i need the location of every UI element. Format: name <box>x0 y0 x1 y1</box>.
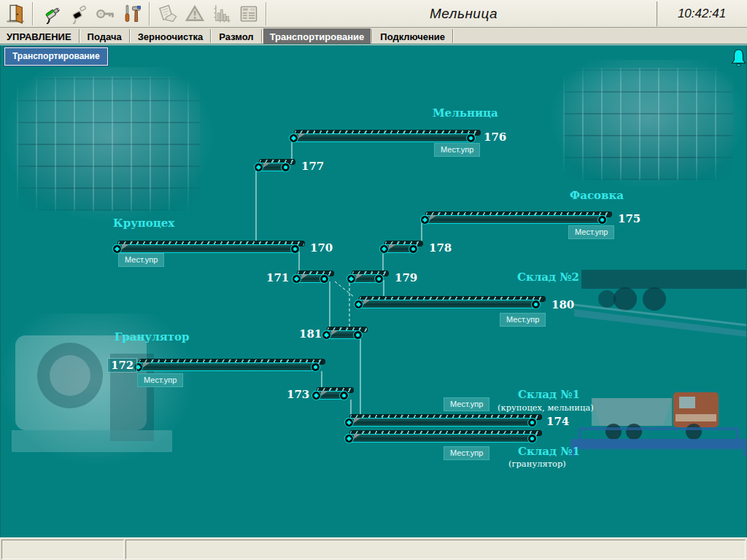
section-label-melnitsa: Мельница <box>433 106 498 120</box>
section-sublabel-sklad1-top: (крупоцех, мельница) <box>498 402 594 413</box>
connect-plug-icon[interactable] <box>37 1 64 26</box>
section-label-fasovka: Фасовка <box>570 189 624 202</box>
tab-separator <box>129 29 131 43</box>
conveyor-number-178: 178 <box>429 241 452 254</box>
navigation-tabbar: УПРАВЛЕНИЕ Подача Зерноочистка Размол Тр… <box>0 28 747 44</box>
local-control-button-176[interactable]: Мест.упр <box>434 143 480 157</box>
chart-icon <box>208 1 235 26</box>
conveyor-177[interactable] <box>254 159 295 171</box>
section-label-sklad1-bottom: Склад №1 <box>518 445 580 458</box>
alarm-bell-icon[interactable] <box>730 49 747 70</box>
tab-razmol[interactable]: Размол <box>212 28 260 44</box>
tab-separator <box>79 29 80 43</box>
main-toolbar: Мельница 10:42:41 <box>0 0 747 28</box>
conveyor-180[interactable] <box>354 296 546 308</box>
conveyor-number-179: 179 <box>395 271 417 284</box>
toolbar-separator <box>149 2 150 26</box>
section-label-granulator: Гранулятор <box>115 330 190 343</box>
status-panel-left <box>1 540 124 559</box>
conveyor-number-171: 171 <box>266 271 289 284</box>
window-title: Мельница <box>271 6 657 22</box>
status-panel-right <box>125 540 746 559</box>
section-sublabel-sklad1-bottom: (гранулятор) <box>508 459 566 469</box>
conveyor-174-lower[interactable] <box>344 430 542 443</box>
key-icon <box>91 1 118 26</box>
local-control-button-170[interactable]: Мест.упр <box>118 253 164 267</box>
tab-separator <box>210 29 212 43</box>
photo-plant-top-right <box>551 60 745 187</box>
mimic-canvas: Транспортирование Мельница Фасовка Крупо… <box>0 45 747 537</box>
tab-transportirovanie[interactable]: Транспортирование <box>263 28 371 44</box>
conveyor-171[interactable] <box>292 271 334 283</box>
conveyor-178[interactable] <box>379 241 423 253</box>
conveyor-number-174: 174 <box>546 415 569 428</box>
conveyor-181[interactable] <box>322 327 368 339</box>
tools-icon[interactable] <box>118 1 145 26</box>
tab-upravlenie[interactable]: УПРАВЛЕНИЕ <box>0 28 78 44</box>
conveyor-number-173: 173 <box>287 388 309 401</box>
tab-separator <box>371 29 373 43</box>
local-control-button-174-top[interactable]: Мест.упр <box>444 397 489 411</box>
local-control-button-174-bottom[interactable]: Мест.упр <box>444 446 489 460</box>
local-control-button-172[interactable]: Мест.упр <box>137 373 183 387</box>
section-label-sklad2: Склад №2 <box>517 271 579 284</box>
local-control-button-175[interactable]: Мест.упр <box>568 225 614 239</box>
section-label-krupoceh: Крупоцех <box>113 217 174 230</box>
toolbar-separator <box>32 2 34 26</box>
conveyor-175[interactable] <box>420 211 612 224</box>
tab-podklyuchenie[interactable]: Подключение <box>374 28 452 44</box>
local-control-button-180[interactable]: Мест.упр <box>500 313 546 327</box>
conveyor-number-172: 172 <box>107 358 137 373</box>
conveyor-number-170: 170 <box>310 241 333 254</box>
photo-plant-top-left <box>4 67 212 220</box>
page-title-button[interactable]: Транспортирование <box>4 47 108 66</box>
conveyor-174-upper[interactable] <box>344 414 542 427</box>
photo-truck-weighbridge <box>570 382 747 470</box>
exit-door-icon[interactable] <box>1 1 28 26</box>
conveyor-number-175: 175 <box>618 212 640 225</box>
calculator-icon <box>235 1 262 26</box>
conveyor-179[interactable] <box>347 271 389 283</box>
conveyor-number-180: 180 <box>551 298 574 311</box>
conveyor-170[interactable] <box>112 241 305 253</box>
tab-separator <box>452 29 454 43</box>
conveyor-number-177: 177 <box>301 160 324 173</box>
conveyor-172[interactable] <box>133 359 325 371</box>
tab-zernoochistka[interactable]: Зерноочистка <box>131 28 210 44</box>
photo-rail-wagon <box>574 264 747 341</box>
status-bar <box>0 537 747 560</box>
tab-podacha[interactable]: Подача <box>81 28 128 44</box>
conveyor-176[interactable] <box>289 130 481 142</box>
tab-separator <box>261 29 263 43</box>
section-label-sklad1-top: Склад №1 <box>518 388 580 401</box>
clock: 10:42:41 <box>657 1 746 26</box>
line-171-180-dashed <box>335 281 354 297</box>
warning-triangle-icon <box>181 1 208 26</box>
toolbar-separator <box>266 2 267 26</box>
report-hand-icon <box>154 1 181 26</box>
conveyor-number-176: 176 <box>484 131 506 144</box>
conveyor-173[interactable] <box>311 387 354 400</box>
disconnect-plug-icon <box>64 1 91 26</box>
conveyor-number-181: 181 <box>299 327 322 341</box>
